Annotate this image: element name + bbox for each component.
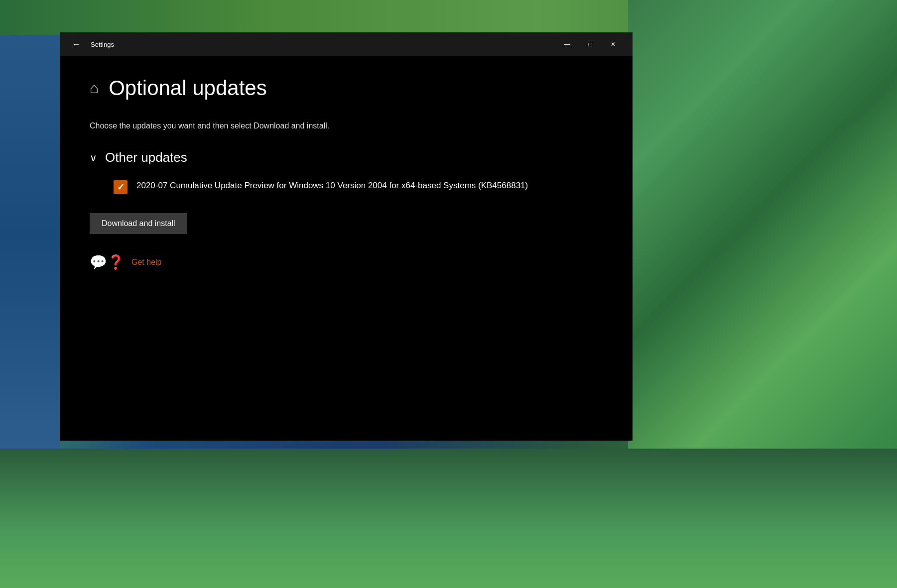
page-title: Optional updates <box>109 76 267 100</box>
title-bar-title: Settings <box>91 41 114 48</box>
maximize-icon: □ <box>588 41 592 48</box>
page-header: ⌂ Optional updates <box>90 76 603 100</box>
minimize-icon: — <box>564 41 570 48</box>
update-label: 2020-07 Cumulative Update Preview for Wi… <box>136 179 603 192</box>
help-icon: 💬❓ <box>90 254 125 270</box>
minimize-button[interactable]: — <box>556 36 579 52</box>
other-updates-section: ∨ Other updates ✓ 2020-07 Cumulative Upd… <box>90 150 603 198</box>
update-checkbox[interactable]: ✓ <box>114 180 128 194</box>
bg-bottom <box>0 449 897 588</box>
section-header: ∨ Other updates <box>90 150 603 165</box>
section-title: Other updates <box>105 150 187 165</box>
checkmark-icon: ✓ <box>117 182 125 193</box>
help-section: 💬❓ Get help <box>90 254 603 270</box>
main-content: ⌂ Optional updates Choose the updates yo… <box>60 56 633 441</box>
page-description: Choose the updates you want and then sel… <box>90 120 603 132</box>
close-button[interactable]: ✕ <box>602 36 625 52</box>
close-icon: ✕ <box>611 41 616 48</box>
download-install-label: Download and install <box>102 219 175 228</box>
chevron-down-icon: ∨ <box>90 152 97 164</box>
back-button[interactable]: ← <box>68 37 85 52</box>
get-help-link[interactable]: Get help <box>131 258 161 267</box>
title-bar-left: ← Settings <box>68 37 556 52</box>
title-bar: ← Settings — □ ✕ <box>60 32 633 56</box>
title-bar-controls: — □ ✕ <box>556 36 625 52</box>
maximize-button[interactable]: □ <box>579 36 602 52</box>
home-icon: ⌂ <box>90 80 99 97</box>
update-item: ✓ 2020-07 Cumulative Update Preview for … <box>90 175 603 198</box>
download-install-button[interactable]: Download and install <box>90 213 187 234</box>
settings-window: ← Settings — □ ✕ ⌂ Optional updates Choo… <box>60 32 633 441</box>
back-icon: ← <box>72 39 81 50</box>
